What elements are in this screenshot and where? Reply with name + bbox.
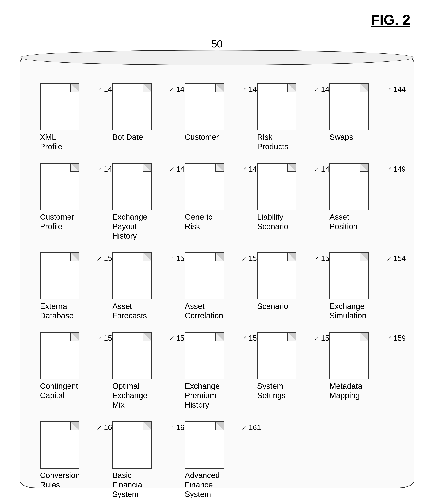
ref-slash: ⟋ (313, 334, 320, 342)
container-ref: 50 (211, 38, 223, 60)
ref-slash: ⟋ (240, 165, 248, 173)
document-icon (40, 332, 79, 379)
document-cell: Exchange Simulation⟋154 (330, 252, 394, 320)
document-label: Contingent Capital (40, 381, 79, 400)
document-icon (257, 163, 296, 210)
document-cell: Asset Correlation⟋152 (185, 252, 249, 320)
ref-slash: ⟋ (95, 423, 103, 432)
ref-slash: ⟋ (95, 254, 103, 263)
document-cell: Swaps⟋144 (330, 83, 394, 151)
document-cell: Liability Scenario⟋148 (257, 163, 322, 241)
ref-slash: ⟋ (313, 165, 320, 173)
document-cell: Bot Date⟋141 (112, 83, 177, 151)
document-ref: ⟋154 (385, 254, 406, 263)
ref-slash: ⟋ (168, 423, 175, 432)
document-cell: Basic Financial System⟋160 (112, 421, 177, 499)
document-icon (112, 252, 152, 299)
document-icon (40, 252, 79, 299)
document-ref: ⟋149 (385, 165, 406, 173)
document-icon (112, 163, 152, 210)
document-label: Optimal Exchange Mix (112, 381, 152, 410)
document-ref: ⟋159 (385, 334, 406, 342)
ref-slash: ⟋ (313, 85, 320, 94)
ref-slash: ⟋ (95, 334, 103, 342)
document-cell: Generic Risk⟋147 (185, 163, 249, 241)
ref-number: 161 (249, 423, 261, 432)
document-cell: Optimal Exchange Mix⟋156 (112, 332, 177, 410)
container-ref-number: 50 (211, 38, 223, 50)
document-cell: Asset Forecasts⟋151 (112, 252, 177, 320)
document-label: Exchange Premium History (185, 381, 224, 410)
ref-number: 144 (393, 85, 406, 94)
ref-slash: ⟋ (240, 423, 248, 432)
document-label: Scenario (257, 301, 288, 311)
figure-label: FIG. 2 (371, 12, 410, 28)
document-label: Conversion Rules (40, 471, 79, 489)
ref-number: 159 (393, 334, 406, 342)
ref-slash: ⟋ (385, 254, 393, 263)
document-cell: Exchange Premium History⟋157 (185, 332, 249, 410)
document-label: Exchange Payout History (112, 212, 152, 241)
ref-slash: ⟋ (168, 254, 175, 263)
ref-slash: ⟋ (385, 165, 393, 173)
document-label: Asset Forecasts (112, 301, 152, 320)
ref-slash: ⟋ (168, 165, 175, 173)
document-cell: Customer⟋142 (185, 83, 249, 151)
document-label: Generic Risk (185, 212, 224, 231)
document-label: External Database (40, 301, 79, 320)
document-cell: Scenario⟋153 (257, 252, 322, 320)
ref-slash: ⟋ (385, 85, 393, 94)
document-label: Exchange Simulation (330, 301, 369, 320)
document-label: Customer Profile (40, 212, 79, 231)
document-icon (185, 163, 224, 210)
ref-slash: ⟋ (240, 254, 248, 263)
document-icon (112, 83, 152, 130)
document-label: Advanced Finance System (185, 471, 224, 499)
document-cell: Exchange Payout History⟋146 (112, 163, 177, 241)
document-cell: Customer Profile⟋145 (40, 163, 104, 241)
document-cell: XML Profile⟋140 (40, 83, 104, 151)
document-icon (40, 163, 79, 210)
document-label: XML Profile (40, 132, 79, 151)
document-icon (40, 421, 79, 468)
ref-slash: ⟋ (385, 334, 393, 342)
document-icon (330, 252, 369, 299)
document-cell: Asset Position⟋149 (330, 163, 394, 241)
document-cell: Risk Products⟋143 (257, 83, 322, 151)
document-cell: Contingent Capital⟋155 (40, 332, 104, 410)
document-label: Liability Scenario (257, 212, 296, 231)
ref-slash: ⟋ (95, 85, 103, 94)
document-icon (185, 421, 224, 468)
ref-number: 149 (393, 165, 406, 173)
document-label: Customer (185, 132, 219, 142)
document-label: System Settings (257, 381, 296, 400)
document-icon (257, 252, 296, 299)
ref-slash: ⟋ (313, 254, 320, 263)
ref-slash: ⟋ (240, 334, 248, 342)
ref-tick (217, 50, 217, 60)
document-icon (40, 83, 79, 130)
document-icon (185, 83, 224, 130)
document-cell: Advanced Finance System⟋161 (185, 421, 249, 499)
document-icon (112, 421, 152, 468)
document-icon (330, 163, 369, 210)
document-ref: ⟋144 (385, 85, 406, 94)
document-label: Asset Position (330, 212, 369, 231)
document-label: Swaps (330, 132, 353, 142)
ref-slash: ⟋ (168, 85, 175, 94)
ref-slash: ⟋ (240, 85, 248, 94)
document-label: Metadata Mapping (330, 381, 369, 400)
document-icon (257, 83, 296, 130)
documents-grid: XML Profile⟋140Bot Date⟋141Customer⟋142R… (36, 75, 398, 504)
document-label: Basic Financial System (112, 471, 152, 499)
document-label: Risk Products (257, 132, 296, 151)
document-cell: Conversion Rules⟋160 (40, 421, 104, 499)
ref-number: 154 (393, 254, 406, 263)
document-label: Asset Correlation (185, 301, 224, 320)
document-icon (330, 332, 369, 379)
cylinder-container: 50 XML Profile⟋140Bot Date⟋141Customer⟋1… (20, 55, 414, 488)
document-cell: Metadata Mapping⟋159 (330, 332, 394, 410)
ref-slash: ⟋ (168, 334, 175, 342)
document-ref: ⟋161 (240, 423, 261, 432)
document-icon (257, 332, 296, 379)
